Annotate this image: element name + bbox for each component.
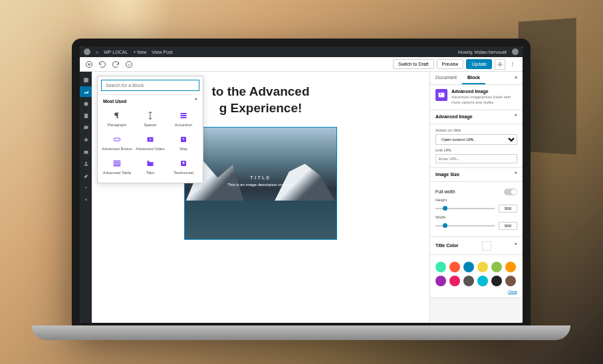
svg-point-2: [499, 63, 501, 65]
color-swatch[interactable]: [435, 276, 446, 286]
svg-rect-9: [181, 113, 187, 114]
svg-rect-10: [181, 115, 187, 116]
svg-point-22: [440, 94, 441, 95]
svg-rect-5: [84, 114, 87, 118]
block-advanced-video[interactable]: Advanced Video: [134, 131, 167, 155]
link-url-input[interactable]: [435, 154, 517, 163]
color-swatch[interactable]: [463, 262, 474, 272]
settings-sidebar: Document Block × Advanced Image Advanced…: [429, 72, 523, 323]
block-search-input[interactable]: [101, 80, 199, 91]
block-paragraph[interactable]: Paragraph: [100, 107, 134, 131]
full-width-label: Full width: [435, 189, 455, 194]
block-testimonial[interactable]: Testimonial: [167, 155, 200, 179]
more-menu-icon[interactable]: ⋮: [508, 60, 517, 69]
editor-canvas[interactable]: Most Used ˄ Paragraph Spacer Accordion A…: [92, 72, 429, 323]
block-map[interactable]: Map: [167, 131, 200, 155]
block-tabs[interactable]: Tabs: [134, 155, 167, 179]
chevron-up-icon: ˄: [515, 172, 517, 177]
view-post-link[interactable]: View Post: [152, 50, 172, 54]
color-swatch[interactable]: [449, 276, 460, 286]
rail-appearance[interactable]: [80, 134, 92, 145]
image-overlay-title: TITLE: [185, 175, 336, 181]
section-image-size[interactable]: Image Size˄: [430, 168, 523, 182]
width-label: Width: [435, 215, 517, 219]
rail-posts[interactable]: [80, 86, 92, 97]
action-on-click-select[interactable]: Open custom URL: [435, 134, 517, 145]
action-on-click-label: Action on click: [435, 128, 517, 132]
settings-gear-icon[interactable]: [495, 59, 505, 70]
block-name: Advanced Image: [451, 89, 517, 94]
link-url-label: Link URL: [435, 148, 517, 152]
greeting[interactable]: Howdy, tristan.hervouet: [458, 50, 507, 54]
add-block-icon[interactable]: [85, 60, 93, 68]
rail-plugins[interactable]: [80, 146, 92, 157]
advanced-image-block[interactable]: TITLE This is an image description on ho…: [184, 127, 337, 240]
svg-rect-17: [148, 162, 154, 166]
most-used-section[interactable]: Most Used ˄: [98, 94, 203, 107]
clear-color-link[interactable]: Clear: [508, 290, 517, 294]
svg-rect-21: [439, 93, 445, 98]
color-swatch[interactable]: [477, 262, 488, 272]
chevron-up-icon: ˄: [515, 114, 517, 120]
svg-point-4: [84, 102, 88, 106]
block-spacer[interactable]: Spacer: [134, 107, 167, 131]
tab-document[interactable]: Document: [430, 72, 462, 84]
chevron-up-icon: ˄: [515, 243, 517, 248]
height-input[interactable]: [499, 205, 517, 213]
section-title-color[interactable]: Title Color ˄: [430, 237, 523, 255]
rail-pages[interactable]: [80, 110, 92, 121]
width-input[interactable]: [499, 222, 517, 230]
svg-rect-18: [148, 161, 150, 162]
site-name[interactable]: WP LOCAL: [104, 50, 128, 54]
tab-block[interactable]: Block: [462, 72, 485, 84]
rail-tools[interactable]: [80, 170, 92, 181]
color-swatch[interactable]: [491, 262, 502, 272]
wordpress-icon[interactable]: [84, 48, 90, 55]
svg-point-7: [85, 161, 87, 163]
info-icon[interactable]: [125, 60, 133, 68]
new-link[interactable]: + New: [133, 50, 146, 54]
block-inserter-panel: Most Used ˄ Paragraph Spacer Accordion A…: [97, 76, 203, 183]
switch-draft-button[interactable]: Switch to Draft: [393, 59, 434, 69]
undo-icon[interactable]: [98, 60, 106, 68]
rail-dashboard[interactable]: [80, 74, 92, 85]
width-slider[interactable]: [435, 225, 495, 227]
update-button[interactable]: Update: [466, 59, 492, 69]
editor-toolbar: Switch to Draft Preview Update ⋮: [80, 57, 523, 72]
svg-rect-3: [84, 78, 88, 82]
svg-rect-11: [181, 117, 187, 118]
rail-collapse[interactable]: [80, 194, 92, 205]
svg-rect-16: [114, 161, 120, 166]
block-accordion[interactable]: Accordion: [167, 107, 200, 131]
current-color-swatch: [482, 241, 491, 250]
rail-media[interactable]: [80, 98, 92, 109]
rail-comments[interactable]: [80, 122, 92, 133]
block-advanced-table[interactable]: Advanced Table: [100, 155, 134, 179]
block-advanced-button[interactable]: Advanced Button: [100, 131, 134, 155]
color-swatch[interactable]: [435, 262, 446, 272]
avatar[interactable]: [512, 48, 519, 55]
color-swatch[interactable]: [463, 276, 474, 286]
preview-button[interactable]: Preview: [437, 59, 464, 69]
home-icon[interactable]: ⌂: [96, 50, 98, 54]
svg-point-20: [183, 162, 185, 164]
close-sidebar-icon[interactable]: ×: [509, 72, 523, 84]
color-swatch[interactable]: [477, 276, 488, 286]
block-description: Advanced image/photo block with more opt…: [451, 95, 517, 106]
color-swatch[interactable]: [505, 276, 516, 286]
svg-point-15: [183, 138, 184, 139]
svg-rect-12: [114, 138, 120, 141]
rail-users[interactable]: [80, 158, 92, 169]
svg-rect-6: [84, 151, 88, 154]
color-swatch[interactable]: [491, 276, 502, 286]
rail-settings[interactable]: [80, 182, 92, 193]
full-width-toggle[interactable]: [504, 189, 517, 195]
svg-point-8: [85, 187, 86, 188]
color-swatch[interactable]: [505, 262, 516, 272]
section-advanced-image[interactable]: Advanced Image˄: [430, 110, 523, 124]
redo-icon[interactable]: [112, 60, 120, 68]
chevron-up-icon: ˄: [195, 98, 197, 104]
color-palette: [435, 259, 517, 289]
height-slider[interactable]: [435, 208, 495, 209]
color-swatch[interactable]: [449, 262, 460, 272]
